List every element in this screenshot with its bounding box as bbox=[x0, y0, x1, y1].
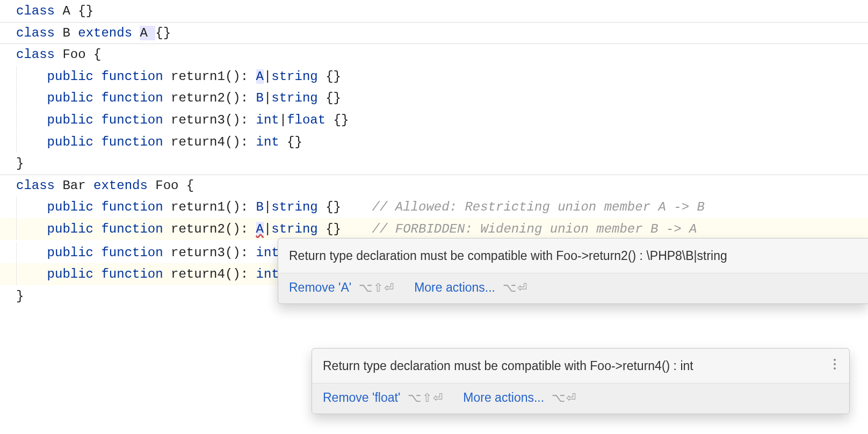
more-actions-button[interactable]: More actions... ⌥⏎ bbox=[463, 388, 577, 408]
method-name: return1 bbox=[171, 200, 225, 214]
classname: A bbox=[62, 4, 78, 18]
keyword-function: function bbox=[101, 245, 171, 260]
code-editor[interactable]: class A {} class B extends A {} class Fo… bbox=[0, 0, 868, 434]
keyword-function: function bbox=[101, 69, 171, 84]
code-line[interactable]: class Foo { bbox=[0, 44, 868, 66]
method-name: return2 bbox=[171, 222, 225, 236]
more-actions-button[interactable]: More actions... ⌥⏎ bbox=[414, 278, 528, 298]
code-line[interactable]: public function return1(): A|string {} bbox=[0, 66, 868, 88]
brace-close: } bbox=[16, 289, 24, 303]
keyword-class: class bbox=[16, 178, 62, 193]
keyword-public: public bbox=[47, 69, 102, 84]
keyboard-shortcut: ⌥⏎ bbox=[552, 388, 577, 408]
keyword-function: function bbox=[101, 267, 171, 281]
type-string: string bbox=[271, 69, 317, 84]
comment: // Allowed: Restricting union member A -… bbox=[372, 200, 705, 214]
classname: B bbox=[62, 26, 78, 40]
type-string: string bbox=[271, 200, 317, 214]
code-line[interactable]: public function return2(): A|string {} /… bbox=[0, 218, 868, 240]
braces: {} bbox=[155, 26, 171, 40]
type-string: string bbox=[271, 222, 317, 236]
quickfix-remove-a-button[interactable]: Remove 'A' ⌥⇧⏎ bbox=[289, 278, 395, 298]
method-name: return2 bbox=[171, 91, 225, 105]
brace-close: } bbox=[16, 156, 24, 171]
quickfix-label: Remove 'float' bbox=[323, 388, 400, 408]
keyword-function: function bbox=[101, 200, 171, 214]
method-name: return3 bbox=[171, 113, 225, 127]
type-b: B bbox=[256, 200, 264, 214]
more-actions-label: More actions... bbox=[463, 388, 544, 408]
type-float: float bbox=[287, 113, 326, 127]
method-name: return3 bbox=[171, 245, 225, 260]
keyword-function: function bbox=[101, 135, 171, 149]
keyboard-shortcut: ⌥⇧⏎ bbox=[359, 278, 395, 298]
keyword-class: class bbox=[16, 4, 62, 18]
keyword-extends: extends bbox=[78, 26, 140, 40]
inspection-message: Return type declaration must be compatib… bbox=[312, 349, 849, 383]
code-line[interactable]: public function return4(): int {} bbox=[0, 131, 868, 153]
code-line[interactable]: class Bar extends Foo { bbox=[0, 175, 868, 197]
type-int: int bbox=[256, 245, 279, 260]
type-a-error: A bbox=[256, 222, 264, 236]
popup-more-icon[interactable] bbox=[827, 356, 843, 372]
method-name: return4 bbox=[171, 267, 225, 281]
comment: // FORBIDDEN: Widening union member B ->… bbox=[372, 222, 697, 236]
method-name: return4 bbox=[171, 135, 225, 149]
keyword-public: public bbox=[47, 200, 102, 214]
code-line[interactable]: public function return2(): B|string {} bbox=[0, 87, 868, 109]
more-actions-label: More actions... bbox=[414, 278, 495, 298]
keyword-function: function bbox=[101, 113, 171, 127]
keyword-public: public bbox=[47, 91, 102, 105]
inspection-popup-return2: Return type declaration must be compatib… bbox=[278, 238, 868, 304]
inspection-actions: Remove 'float' ⌥⇧⏎ More actions... ⌥⏎ bbox=[312, 383, 849, 414]
keyboard-shortcut: ⌥⇧⏎ bbox=[408, 388, 444, 408]
keyword-public: public bbox=[47, 267, 102, 281]
brace-open: { bbox=[186, 178, 194, 193]
keyword-public: public bbox=[47, 245, 102, 260]
classname: Bar bbox=[62, 178, 93, 193]
quickfix-label: Remove 'A' bbox=[289, 278, 351, 298]
code-line[interactable]: } bbox=[0, 153, 868, 175]
keyword-public: public bbox=[47, 135, 102, 149]
type-a: A bbox=[256, 69, 264, 84]
classname: Foo bbox=[155, 178, 186, 193]
keyword-public: public bbox=[47, 113, 102, 127]
inspection-popup-return4: Return type declaration must be compatib… bbox=[312, 348, 850, 414]
type-int: int bbox=[256, 113, 279, 127]
method-name: return1 bbox=[171, 69, 225, 84]
code-line[interactable]: public function return1(): B|string {} /… bbox=[0, 196, 868, 218]
braces: {} bbox=[78, 4, 93, 18]
keyword-class: class bbox=[16, 47, 62, 62]
keyword-extends: extends bbox=[93, 178, 155, 193]
inspection-message: Return type declaration must be compatib… bbox=[278, 238, 868, 273]
type-int: int bbox=[256, 267, 279, 281]
type-b: B bbox=[256, 91, 264, 105]
classname: A bbox=[140, 26, 155, 40]
code-line[interactable]: class A {} bbox=[0, 0, 868, 22]
type-string: string bbox=[271, 91, 317, 105]
keyword-function: function bbox=[101, 91, 171, 105]
keyword-public: public bbox=[47, 222, 102, 236]
code-line[interactable]: public function return3(): int|float {} bbox=[0, 109, 868, 131]
classname: Foo bbox=[62, 47, 93, 62]
quickfix-remove-float-button[interactable]: Remove 'float' ⌥⇧⏎ bbox=[323, 388, 444, 408]
keyword-class: class bbox=[16, 26, 62, 40]
brace-open: { bbox=[93, 47, 101, 62]
type-int: int bbox=[256, 135, 279, 149]
inspection-actions: Remove 'A' ⌥⇧⏎ More actions... ⌥⏎ bbox=[278, 273, 868, 303]
code-line[interactable]: class B extends A {} bbox=[0, 22, 868, 44]
keyboard-shortcut: ⌥⏎ bbox=[503, 278, 528, 298]
keyword-function: function bbox=[101, 222, 171, 236]
